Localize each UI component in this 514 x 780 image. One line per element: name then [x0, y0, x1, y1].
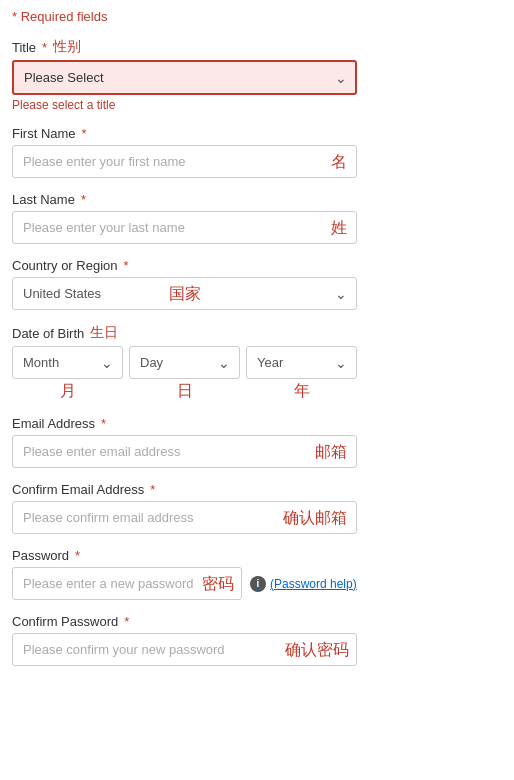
month-select[interactable]: Month January February March April May J… [12, 346, 123, 379]
dob-selects-row: Month January February March April May J… [12, 346, 357, 379]
year-chinese-label: 年 [246, 381, 357, 402]
country-required-star: * [124, 258, 129, 273]
dob-chinese-label: 生日 [90, 324, 118, 342]
title-chinese-label: 性别 [53, 38, 81, 56]
year-select-wrapper[interactable]: Year 20001999 19901980 19701960 ⌄ [246, 346, 357, 379]
confirm-email-label: Confirm Email Address * [12, 482, 502, 497]
country-select[interactable]: United States United Kingdom Canada Aust… [12, 277, 357, 310]
info-icon: i [250, 576, 266, 592]
password-label: Password * [12, 548, 502, 563]
month-select-wrapper[interactable]: Month January February March April May J… [12, 346, 123, 379]
country-field-group: Country or Region * United States United… [12, 258, 502, 310]
email-field-group: Email Address * 邮箱 [12, 416, 502, 468]
dob-chinese-labels-row: 月 日 年 [12, 381, 357, 402]
email-input-wrapper: 邮箱 [12, 435, 357, 468]
day-select-wrapper[interactable]: Day 123 456 789 101112 131415 161718 192… [129, 346, 240, 379]
confirm-password-label: Confirm Password * [12, 614, 502, 629]
last-name-field-group: Last Name * 姓 [12, 192, 502, 244]
confirm-password-input-wrapper: 确认密码 [12, 633, 357, 666]
dob-label: Date of Birth 生日 [12, 324, 502, 342]
confirm-email-required-star: * [150, 482, 155, 497]
confirm-password-required-star: * [124, 614, 129, 629]
first-name-label: First Name * [12, 126, 502, 141]
password-field-group: Password * 密码 i (Password help) [12, 548, 502, 600]
title-label: Title * 性别 [12, 38, 502, 56]
year-select[interactable]: Year 20001999 19901980 19701960 [246, 346, 357, 379]
password-help-link[interactable]: i (Password help) [250, 576, 357, 592]
confirm-email-field-group: Confirm Email Address * 确认邮箱 [12, 482, 502, 534]
dob-field-group: Date of Birth 生日 Month January February … [12, 324, 502, 402]
title-field-group: Title * 性别 Please Select Mr Mrs Ms Miss … [12, 38, 502, 112]
first-name-field-group: First Name * 名 [12, 126, 502, 178]
month-chinese-label: 月 [12, 381, 123, 402]
last-name-required-star: * [81, 192, 86, 207]
first-name-input[interactable] [12, 145, 357, 178]
last-name-input-wrapper: 姓 [12, 211, 357, 244]
day-chinese-label: 日 [129, 381, 240, 402]
password-input[interactable] [12, 567, 242, 600]
password-required-star: * [75, 548, 80, 563]
email-input[interactable] [12, 435, 357, 468]
title-required-star: * [42, 40, 47, 55]
password-row: 密码 i (Password help) [12, 567, 502, 600]
title-select-wrapper[interactable]: Please Select Mr Mrs Ms Miss Dr ⌄ [12, 60, 357, 95]
confirm-email-input[interactable] [12, 501, 357, 534]
email-required-star: * [101, 416, 106, 431]
first-name-required-star: * [82, 126, 87, 141]
email-label: Email Address * [12, 416, 502, 431]
first-name-input-wrapper: 名 [12, 145, 357, 178]
confirm-email-input-wrapper: 确认邮箱 [12, 501, 357, 534]
password-input-wrapper: 密码 [12, 567, 242, 600]
title-error-message: Please select a title [12, 98, 502, 112]
last-name-input[interactable] [12, 211, 357, 244]
confirm-password-input[interactable] [12, 633, 357, 666]
password-help-text: (Password help) [270, 577, 357, 591]
confirm-password-field-group: Confirm Password * 确认密码 [12, 614, 502, 666]
last-name-label: Last Name * [12, 192, 502, 207]
country-select-wrapper[interactable]: United States United Kingdom Canada Aust… [12, 277, 357, 310]
country-label: Country or Region * [12, 258, 502, 273]
day-select[interactable]: Day 123 456 789 101112 131415 161718 192… [129, 346, 240, 379]
title-select[interactable]: Please Select Mr Mrs Ms Miss Dr [12, 60, 357, 95]
required-fields-notice: * Required fields [12, 9, 107, 24]
